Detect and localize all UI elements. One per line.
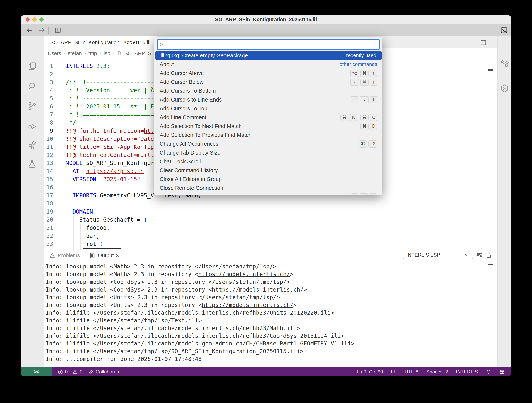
status-item-interlis[interactable]: INTERLIS xyxy=(456,369,478,375)
palette-item[interactable]: Change All Occurrences⌘F2 xyxy=(154,140,382,148)
output-link[interactable]: https://models.interlis.ch/ xyxy=(202,302,293,308)
palette-item[interactable]: Add Selection To Previous Find Match xyxy=(154,131,382,140)
code-token: * !! 2025-01-15 | sz | Ers xyxy=(66,103,161,110)
keybinding-key: W xyxy=(369,193,377,195)
palette-item[interactable]: Add Selection To Next Find Match⌘D xyxy=(154,122,382,131)
keybinding-key: ⌘ xyxy=(359,141,367,147)
split-editor-right-icon[interactable] xyxy=(480,39,487,46)
palette-item[interactable]: Change Tab Display Size xyxy=(154,148,382,157)
palette-item-label: Close All Editors in Group xyxy=(160,176,222,182)
code-line[interactable]: rot ( xyxy=(66,240,497,248)
output-line: Info: ilifile </Users/stefan/tmp/lsp/Tex… xyxy=(46,317,202,324)
output-channel-select[interactable]: INTERLIS LSP xyxy=(403,250,473,259)
breadcrumb-item-users[interactable]: Users xyxy=(48,51,61,56)
palette-item[interactable]: Aboutother commands xyxy=(154,60,382,69)
code-line[interactable]: DOMAIN xyxy=(66,207,497,216)
code-line[interactable] xyxy=(66,199,497,207)
clear-output-icon[interactable] xyxy=(476,252,483,258)
output-text: Info: lookup model <CoordSys> 2.3 in rep… xyxy=(46,286,212,293)
palette-item[interactable]: Add Cursors To Top xyxy=(154,104,382,113)
bottom-panel: Problems Output × INTERLIS LSP Info: loo… xyxy=(44,250,497,367)
breadcrumb-item-stefan[interactable]: stefan xyxy=(68,51,82,56)
palette-item-label: Change Tab Display Size xyxy=(160,150,221,156)
bell-icon[interactable] xyxy=(486,369,491,375)
line-number: 20 xyxy=(44,216,53,224)
collaborate-status[interactable]: Collaborate xyxy=(88,369,120,375)
output-line: Info: lookup model <Math> 2.3 in reposit… xyxy=(46,270,293,278)
tab-problems[interactable]: Problems xyxy=(46,252,83,259)
keybinding-key: ⌘ xyxy=(361,79,368,86)
split-editor-icon[interactable] xyxy=(54,26,62,34)
terminal-icon[interactable] xyxy=(500,26,508,34)
minimize-window-button[interactable] xyxy=(32,18,37,22)
code-token: !!@ furtherInformation= xyxy=(66,128,144,134)
keybinding-key: ⌥ xyxy=(360,96,368,103)
breadcrumb-item-tmp[interactable]: tmp xyxy=(89,51,97,56)
output-link[interactable]: https://models.interlis.ch/ xyxy=(212,286,304,293)
testing-icon[interactable] xyxy=(27,159,37,168)
code-token: 2.3 xyxy=(96,63,107,69)
palette-item-label: Close Window xyxy=(160,194,194,195)
layout-icon[interactable] xyxy=(499,369,505,375)
status-item-ln-9-col-90[interactable]: Ln 9, Col 90 xyxy=(357,369,383,375)
palette-item[interactable]: ili2gpkg: Create empty GeoPackagerecentl… xyxy=(155,51,381,60)
palette-item[interactable]: Add Cursors to Line Ends⇧⌥I xyxy=(154,95,382,104)
palette-item-label: Add Selection To Previous Find Match xyxy=(160,132,252,138)
tab-output[interactable]: Output × xyxy=(86,252,123,259)
output-log[interactable]: Info: lookup model <Math> 2.3 in reposit… xyxy=(44,261,497,367)
code-line[interactable]: bar, xyxy=(66,232,497,240)
explorer-icon[interactable] xyxy=(27,62,37,71)
remote-indicator[interactable]: >< xyxy=(21,367,52,376)
hex-0x-icon[interactable]: 0x xyxy=(500,84,509,93)
command-input[interactable]: > xyxy=(157,39,380,50)
run-debug-icon[interactable] xyxy=(27,121,37,130)
traffic-lights xyxy=(25,18,44,22)
close-window-button[interactable] xyxy=(25,18,30,22)
status-item-spaces-2[interactable]: Spaces: 2 xyxy=(426,369,448,375)
panel-close-icon[interactable]: × xyxy=(116,252,120,259)
palette-item[interactable]: Add Cursor Above⌥⌘↑ xyxy=(154,69,382,78)
search-icon[interactable] xyxy=(27,82,37,91)
code-line[interactable]: fooooo, xyxy=(66,224,497,232)
status-item-utf-8[interactable]: UTF-8 xyxy=(405,369,418,375)
line-number: 9 xyxy=(44,127,53,135)
palette-item[interactable]: Add Cursors To Bottom xyxy=(154,86,382,95)
code-token: ( xyxy=(144,216,147,223)
line-number: 3 xyxy=(44,78,53,86)
palette-item[interactable]: Close Window⇧⌘W xyxy=(154,192,382,195)
keybinding-key: ⌘ xyxy=(340,114,348,121)
code-token: INTERLIS xyxy=(66,63,96,69)
extensions-icon[interactable] xyxy=(27,140,37,150)
palette-item[interactable]: Close All Editors in Group xyxy=(154,175,382,184)
editor-tab[interactable]: SO_ARP_SEin_Konfiguration_20250115.ili × xyxy=(44,37,157,49)
output-text: Info: ...compiler run done 2026-01-07 17… xyxy=(46,356,202,362)
palette-item[interactable]: Add Line Comment⌘K⌘C xyxy=(154,113,382,122)
palette-item[interactable]: Chat: Lock Scroll xyxy=(154,157,382,166)
output-text: Info: lookup model <Math> 2.3 in reposit… xyxy=(46,271,198,277)
code-line[interactable]: Status_Geschaeft = ( xyxy=(66,216,497,224)
back-icon[interactable] xyxy=(26,26,33,34)
palette-item[interactable]: Close Remote Connection xyxy=(154,184,382,192)
palette-item[interactable]: Add Cursor Below⌥⌘↓ xyxy=(154,78,382,86)
palette-item-note[interactable]: other commands xyxy=(339,61,377,67)
problems-status[interactable]: 0 0 xyxy=(57,369,82,375)
unlock-icon[interactable] xyxy=(485,252,492,258)
command-prompt: > xyxy=(160,42,163,48)
breadcrumb-item-lsp[interactable]: lsp xyxy=(104,51,110,56)
uml-shapes-icon[interactable] xyxy=(500,59,509,68)
indent-guide xyxy=(80,224,81,250)
tab-output-label: Output xyxy=(98,252,114,258)
breadcrumb-file[interactable]: SO_ARP_S xyxy=(125,51,152,56)
output-link[interactable]: https://models.interlis.ch/ xyxy=(198,271,290,277)
forward-icon[interactable] xyxy=(38,26,45,34)
code-token: !!@ technicalContact=mailto: xyxy=(66,152,161,158)
line-number: 15 xyxy=(44,175,53,183)
line-number: 13 xyxy=(44,159,53,167)
source-control-icon[interactable] xyxy=(27,101,37,111)
zoom-window-button[interactable] xyxy=(39,18,44,22)
indent-guide xyxy=(67,86,67,127)
status-item-lf[interactable]: LF xyxy=(391,369,397,375)
share-icon xyxy=(88,369,94,375)
palette-item[interactable]: Clear Command History xyxy=(154,166,382,175)
code-token: MODEL xyxy=(66,160,86,166)
